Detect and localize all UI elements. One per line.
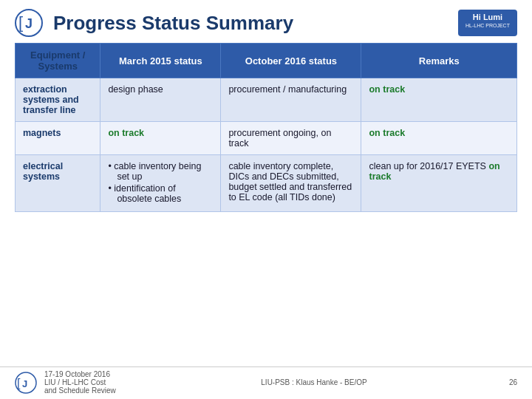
col-header-march: March 2015 status [100,44,221,78]
row2-october: procurement ongoing, on track [221,122,361,155]
footer-event1: LIU / HL-LHC Cost [44,378,133,386]
svg-text:HL-LHC PROJECT: HL-LHC PROJECT [466,23,511,28]
svg-text:[: [ [18,13,23,32]
svg-text:Hi Lumi: Hi Lumi [473,13,502,21]
footer-center-text: LIU-PSB : Klaus Hanke - BE/OP [133,378,495,386]
svg-text:J: J [25,16,33,31]
row3-remarks: clean up for 2016/17 EYETS on track [361,155,517,212]
row1-equipment: extraction systems and transfer line [16,78,100,122]
footer-page-number: 26 [495,378,517,386]
row1-remarks-status: on track [369,84,405,95]
row3-march-bullet1: cable inventory being set up [108,161,213,182]
col-header-equipment: Equipment / Systems [16,44,100,78]
row3-march-bullet2: identification of obsolete cables [108,183,213,204]
cern-logo-left: [ J [15,9,43,37]
row3-remarks-track: on track [369,161,499,182]
row2-march: on track [100,122,221,155]
row1-remarks: on track [361,78,517,122]
row2-remarks: on track [361,122,517,155]
header: [ J Progress Status Summary Hi Lumi HL-L… [0,0,532,43]
row2-equipment: magnets [16,122,100,155]
table-row: extraction systems and transfer line des… [16,78,517,122]
status-table: Equipment / Systems March 2015 status Oc… [15,43,517,212]
table-row: electrical systems cable inventory being… [16,155,517,212]
page: [ J Progress Status Summary Hi Lumi HL-L… [0,0,532,399]
row2-remarks-status: on track [369,128,405,138]
hilumi-logo: Hi Lumi HL-LHC PROJECT [458,10,517,36]
table-row: magnets on track procurement ongoing, on… [16,122,517,155]
row3-march: cable inventory being set up identificat… [100,155,221,212]
row3-equipment: electrical systems [16,155,100,212]
col-header-remarks: Remarks [361,44,517,78]
footer-left-text: 17-19 October 2016 LIU / HL-LHC Cost and… [44,370,133,395]
footer-event2: and Schedule Review [44,386,133,395]
svg-text:J: J [22,378,27,389]
row3-october: cable inventory complete, DICs and DECs … [221,155,361,212]
row2-march-status: on track [108,128,144,138]
table-header-row: Equipment / Systems March 2015 status Oc… [16,44,517,78]
footer: [ J 17-19 October 2016 LIU / HL-LHC Cost… [0,366,532,399]
page-title: Progress Status Summary [53,12,458,35]
svg-text:[: [ [17,377,21,389]
footer-cern-logo: [ J [15,372,37,394]
row3-march-bullets: cable inventory being set up identificat… [108,161,213,204]
footer-date: 17-19 October 2016 [44,370,133,378]
table-container: Equipment / Systems March 2015 status Oc… [0,43,532,366]
row1-october: procurement / manufacturing [221,78,361,122]
row1-march: design phase [100,78,221,122]
col-header-october: October 2016 status [221,44,361,78]
